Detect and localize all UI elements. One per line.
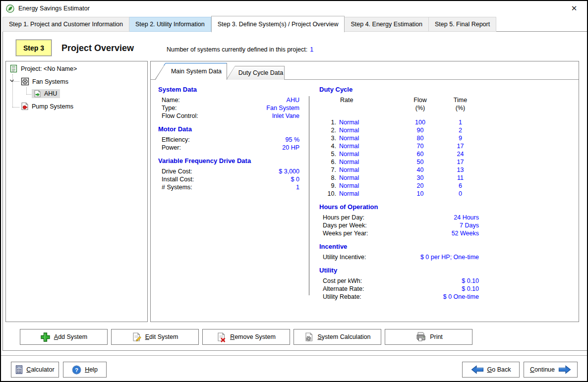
field-power-value: 20 HP: [282, 144, 299, 152]
tab-main-system-data-label: Main System Data: [167, 63, 226, 80]
section-vfd-data: Variable Frequency Drive Data: [158, 157, 299, 164]
tab-step5[interactable]: Step 5. Final Report: [429, 17, 496, 32]
field-flow-control-value: Inlet Vane: [272, 112, 299, 120]
field-name-value: AHU: [287, 96, 299, 104]
field-num-systems: # Systems: 1: [158, 183, 299, 191]
section-incentive: Incentive: [319, 243, 479, 250]
chevron-down-icon[interactable]: [9, 78, 15, 84]
step-tab-strip: Step 1. Project and Customer Information…: [2, 16, 496, 32]
green-plus-icon: [40, 332, 51, 342]
print-button[interactable]: Print: [385, 329, 472, 345]
project-document-icon: [10, 64, 18, 73]
field-cost-per-kwh: Cost per kWh: $ 0.10: [319, 277, 479, 285]
duty-row: 2.Normal: [319, 126, 399, 134]
field-utility-incentive-value: $ 0 per HP; One-time: [420, 253, 479, 261]
field-utility-incentive: Utility Incentive: $ 0 per HP; One-time: [319, 253, 479, 261]
duty-cycle-table: Rate Flow (%) Time (%): [319, 96, 479, 112]
fan-icon: [21, 77, 29, 86]
tab-duty-cycle-data-label: Duty Cycle Data: [238, 66, 284, 80]
system-calculation-button[interactable]: System Calculation: [294, 329, 381, 345]
field-utility-rebate-value: $ 0 One-time: [443, 293, 479, 301]
field-name: Name: AHU: [158, 96, 299, 104]
system-action-bar: Add System Edit System: [20, 329, 472, 345]
system-detail-panel: Main System Data Duty Cycle Data System …: [150, 61, 579, 322]
window-title: Energy Savings Estimator: [18, 5, 90, 12]
tab-step2[interactable]: Step 2. Utility Information: [129, 17, 211, 32]
field-type-value: Fan System: [266, 104, 299, 112]
edit-system-button[interactable]: Edit System: [111, 329, 199, 345]
field-efficiency: Efficiency: 95 %: [158, 136, 299, 144]
tree-connector: [12, 107, 19, 108]
field-days-per-week: Days per Week: 7 Days: [319, 221, 479, 229]
duty-row: 1.Normal: [319, 118, 399, 126]
tree-item-project[interactable]: Project: <No Name>: [10, 64, 77, 73]
page-pencil-icon: [132, 332, 142, 342]
arrow-left-icon: [471, 365, 484, 374]
page-gear-icon: [304, 332, 314, 342]
duty-row: 7.Normal: [319, 166, 399, 174]
field-drive-cost-value: $ 3,000: [279, 167, 299, 175]
systems-count-label: Number of systems currently defined in t…: [167, 46, 307, 53]
close-icon[interactable]: ✕: [568, 3, 580, 14]
page-red-x-icon: [217, 332, 227, 342]
tab-duty-cycle-data[interactable]: Duty Cycle Data: [226, 66, 285, 80]
go-back-button[interactable]: Go Back: [462, 362, 520, 378]
calculator-button[interactable]: Calculator: [11, 362, 59, 378]
system-data-column: System Data Name: AHU Type: Fan System F…: [158, 86, 299, 191]
tree-item-pump-systems-label: Pump Systems: [32, 103, 73, 110]
duty-header-time: Time (%): [442, 96, 479, 112]
field-cost-per-kwh-value: $ 0.10: [462, 277, 479, 285]
duty-row: 10.Normal: [319, 190, 399, 198]
tree-item-ahu[interactable]: AHU: [32, 89, 60, 98]
tree-item-ahu-label: AHU: [44, 90, 57, 97]
tree-selection: AHU: [32, 89, 60, 98]
field-drive-cost: Drive Cost: $ 3,000: [158, 167, 299, 175]
field-flow-control: Flow Control: Inlet Vane: [158, 112, 299, 120]
continue-button[interactable]: Continue: [524, 362, 578, 378]
remove-system-button[interactable]: Remove System: [202, 329, 290, 345]
section-utility: Utility: [319, 267, 479, 274]
section-duty-cycle: Duty Cycle: [319, 86, 479, 93]
printer-icon: [414, 331, 426, 342]
duty-row: 9.Normal: [319, 182, 399, 190]
field-weeks-per-year-value: 52 Weeks: [452, 229, 479, 237]
tree-item-fan-systems[interactable]: Fan Systems: [21, 77, 68, 86]
question-circle-icon: ?: [72, 365, 81, 375]
app-window: Energy Savings Estimator ✕ Step 1. Proje…: [0, 0, 588, 382]
tree-item-fan-systems-label: Fan Systems: [32, 78, 68, 85]
section-hours-of-operation: Hours of Operation: [319, 203, 479, 211]
field-hours-per-day: Hours per Day: 24 Hours: [319, 214, 479, 221]
app-leaf-icon: [6, 4, 14, 13]
field-days-per-week-value: 7 Days: [460, 221, 479, 229]
field-utility-rebate: Utility Rebate: $ 0 One-time: [319, 293, 479, 301]
footer-separator: [1, 355, 587, 356]
tab-step1[interactable]: Step 1. Project and Customer Information: [2, 17, 129, 32]
add-system-button[interactable]: Add System: [20, 329, 108, 345]
field-install-cost-value: $ 0: [291, 175, 299, 183]
duty-row: 4.Normal: [319, 142, 399, 150]
duty-header-rate: Rate: [319, 96, 399, 112]
tab-step4[interactable]: Step 4. Energy Estimation: [345, 17, 429, 32]
step-badge: Step 3: [16, 40, 52, 56]
section-system-data: System Data: [158, 86, 299, 93]
project-tree-panel: Project: <No Name> Fan Systems: [5, 61, 148, 322]
duty-cycle-column: Duty Cycle Rate Flow (%) Time (%) 1.Norm…: [319, 86, 479, 301]
tree-connector: [26, 87, 27, 95]
field-alternate-rate-value: $ 0.10: [462, 285, 479, 293]
tab-main-system-data[interactable]: Main System Data: [155, 63, 227, 80]
tree-item-project-label: Project: <No Name>: [21, 65, 77, 72]
tab-step3[interactable]: Step 3. Define System(s) / Project Overv…: [211, 16, 345, 32]
column-divider: [309, 96, 309, 295]
svg-text:?: ?: [75, 367, 78, 373]
systems-count-value: 1: [310, 46, 313, 53]
step3-page: Step 3 Project Overview Number of system…: [2, 31, 588, 351]
help-button[interactable]: ? Help: [63, 362, 107, 378]
tree-item-pump-systems[interactable]: Pump Systems: [21, 102, 73, 110]
field-weeks-per-year: Weeks per Year: 52 Weeks: [319, 229, 479, 237]
field-power: Power: 20 HP: [158, 144, 299, 152]
duty-row: 5.Normal: [319, 150, 399, 158]
field-install-cost: Install Cost: $ 0: [158, 175, 299, 183]
title-bar: Energy Savings Estimator ✕: [1, 1, 587, 16]
duty-row: 6.Normal: [319, 158, 399, 166]
field-efficiency-value: 95 %: [286, 136, 300, 144]
